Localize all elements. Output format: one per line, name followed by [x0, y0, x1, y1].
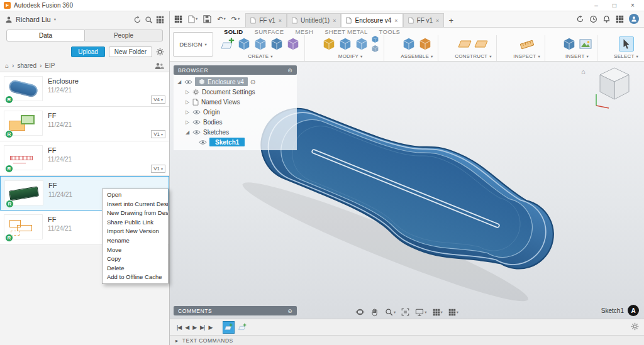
list-item-ff-2[interactable]: R FF 11/24/21 V1 ▾ [0, 141, 169, 176]
activate-radio-icon[interactable]: ⊙ [250, 79, 255, 85]
visibility-eye-icon[interactable] [192, 119, 201, 125]
group-label-select[interactable]: SELECT▾ [614, 53, 638, 61]
browser-header[interactable]: BROWSER ⊙ [174, 65, 297, 75]
menu-item-insert-into-current-design[interactable]: Insert into Current Design [103, 200, 168, 209]
insert-derive-icon[interactable] [562, 37, 576, 51]
text-commands-bar[interactable]: ▸ TEXT COMMANDS [170, 335, 644, 345]
refresh-icon[interactable] [133, 16, 142, 24]
group-label-modify[interactable]: MODIFY▾ [338, 53, 363, 61]
tree-collapsed-icon[interactable]: ▷ [185, 119, 190, 125]
menu-item-share-public-link[interactable]: Share Public Link [103, 218, 168, 227]
data-panel-toggle-button[interactable] [172, 13, 184, 25]
visibility-eye-icon[interactable] [184, 79, 192, 85]
group-label-construct[interactable]: CONSTRUCT▾ [455, 53, 492, 61]
timeline-play-button[interactable]: ▶ [191, 324, 198, 331]
tree-collapsed-icon[interactable]: ▷ [185, 99, 190, 105]
doc-tab-enclosure-v4-active[interactable]: Enclosure v4 × [341, 13, 402, 27]
shell-icon[interactable] [355, 37, 369, 51]
panel-dock-icon[interactable]: ⊙ [287, 308, 292, 314]
panel-dock-icon[interactable]: ⊙ [287, 67, 292, 74]
apps-grid-icon[interactable] [616, 15, 624, 23]
version-chip[interactable]: V1 ▾ [151, 165, 165, 173]
tab-close-icon[interactable]: × [436, 18, 439, 24]
tree-expanded-icon[interactable]: ◢ [185, 129, 190, 135]
menu-item-add-to-offline-cache[interactable]: Add to Offline Cache [103, 273, 168, 282]
canvas-icon[interactable] [579, 37, 592, 51]
share-people-icon[interactable] [155, 62, 164, 70]
doc-tab-ff-v1[interactable]: FF v1 × [245, 13, 287, 27]
tab-people[interactable]: People [85, 30, 163, 41]
minimize-button[interactable]: – [589, 0, 604, 11]
user-name-menu[interactable]: Richard Liu [16, 16, 51, 23]
version-chip[interactable]: V4 ▾ [151, 96, 165, 104]
timeline-settings-gear-icon[interactable] [631, 322, 639, 332]
create-form-icon[interactable] [286, 37, 300, 51]
menu-item-new-drawing-from-design[interactable]: New Drawing from Design [103, 209, 168, 218]
new-folder-button[interactable]: New Folder [109, 47, 152, 57]
timeline-feature-sketch1-selected[interactable] [223, 321, 235, 334]
timeline-skip-end-button[interactable]: ▶| [198, 324, 206, 331]
offset-plane-icon[interactable] [458, 37, 472, 51]
upload-button[interactable]: Upload [71, 47, 105, 57]
new-tab-button[interactable]: + [444, 13, 458, 27]
revolve-icon[interactable] [270, 37, 284, 51]
grid-view-icon[interactable] [156, 16, 164, 24]
save-button[interactable] [201, 13, 213, 25]
ribbon-tab-surface[interactable]: SURFACE [255, 28, 284, 35]
menu-item-open[interactable]: Open [103, 190, 168, 200]
menu-item-import-new-version[interactable]: Import New Version [103, 227, 168, 236]
redo-button[interactable]: ↷▾ [230, 13, 242, 25]
menu-item-rename[interactable]: Rename [103, 236, 168, 246]
joint-icon[interactable] [418, 37, 432, 51]
timeline-step-back-button[interactable]: ◀ [183, 324, 191, 331]
group-label-assemble[interactable]: ASSEMBLE▾ [401, 53, 433, 61]
viewports-button[interactable]: ▾ [448, 309, 458, 316]
undo-button[interactable]: ↶▾ [215, 13, 227, 25]
comments-panel[interactable]: COMMENTS ⊙ [174, 306, 297, 315]
group-label-create[interactable]: CREATE▾ [248, 53, 273, 61]
user-avatar[interactable] [629, 14, 639, 24]
browser-node-bodies[interactable]: ▷ Bodies [174, 117, 297, 127]
notification-bell-icon[interactable] [602, 15, 611, 23]
timeline-step-forward-button[interactable]: ▶ [206, 324, 214, 331]
extrude-icon[interactable] [253, 37, 267, 51]
orbit-button[interactable] [355, 307, 365, 317]
root-component-chip[interactable]: Enclosure v4 [195, 77, 248, 86]
timeline-feature-sketch2[interactable] [236, 321, 248, 334]
group-label-inspect[interactable]: INSPECT▾ [513, 53, 540, 61]
fillet-icon[interactable] [338, 37, 352, 51]
pan-button[interactable] [370, 308, 379, 317]
tab-close-icon[interactable]: × [333, 18, 336, 24]
assistant-icon[interactable]: A [628, 305, 639, 316]
browser-node-named-views[interactable]: ▷ Named Views [174, 97, 297, 107]
tree-collapsed-icon[interactable]: ▷ [185, 89, 190, 95]
sketch1-chip[interactable]: Sketch1 [209, 138, 245, 146]
browser-node-origin[interactable]: ▷ Origin [174, 107, 297, 117]
view-cube[interactable]: ⌂ [590, 64, 639, 111]
job-status-icon[interactable] [576, 15, 584, 23]
tab-close-icon[interactable]: × [394, 18, 397, 24]
file-menu-button[interactable]: ▾ [186, 13, 199, 25]
breadcrumb-root[interactable]: shared [17, 62, 36, 69]
construction-plane-icon[interactable] [474, 37, 488, 51]
home-view-icon[interactable]: ⌂ [581, 68, 586, 75]
ribbon-tab-tools[interactable]: TOOLS [379, 28, 401, 35]
visibility-eye-icon[interactable] [192, 129, 201, 135]
breadcrumb-current[interactable]: EIP [45, 62, 55, 69]
grid-snap-button[interactable]: ▾ [433, 309, 443, 316]
version-chip[interactable]: V1 ▾ [151, 130, 165, 138]
tab-close-icon[interactable]: × [279, 18, 282, 24]
tree-expanded-icon[interactable]: ◢ [177, 79, 182, 85]
menu-item-copy[interactable]: Copy [103, 255, 168, 264]
browser-node-document-settings[interactable]: ▷ Document Settings [174, 87, 297, 97]
combine-icon[interactable] [371, 35, 379, 43]
box-icon[interactable] [237, 37, 251, 51]
browser-root-row[interactable]: ◢ Enclosure v4 ⊙ [174, 77, 297, 87]
browser-node-sketch1-selected[interactable]: Sketch1 [174, 137, 297, 147]
zoom-button[interactable]: ▾ [385, 308, 396, 316]
tab-data[interactable]: Data [6, 30, 85, 41]
offset-face-icon[interactable] [371, 45, 379, 53]
ribbon-tab-mesh[interactable]: MESH [296, 28, 314, 35]
clock-icon[interactable] [589, 15, 597, 23]
measure-icon[interactable] [520, 37, 534, 51]
